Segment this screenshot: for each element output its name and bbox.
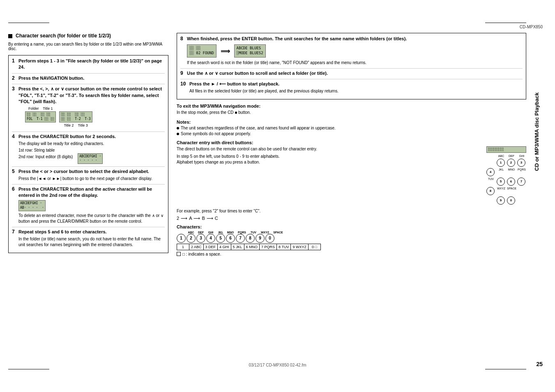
- step-1: 1 Perform steps 1 - 3 in "File search (b…: [12, 58, 165, 71]
- step-8-normal: If the search word is not in the folder …: [187, 60, 523, 66]
- char-circle-6: 6: [226, 234, 235, 243]
- step-10-content: Press the ► / ⟵ button to start playback…: [189, 81, 523, 94]
- note-1-bullet: [177, 127, 179, 129]
- step-7: 7 Repeat steps 5 and 6 to enter characte…: [12, 229, 165, 247]
- char-cell-2abc: 2 ABC: [189, 244, 204, 250]
- step-5-content: Press the < or > cursor button to select…: [18, 168, 165, 181]
- char-circle-8: 8: [246, 234, 255, 243]
- exit-title: To exit the MP3/WMA navigation mode:: [177, 104, 526, 108]
- space-note: □ : indicates a space.: [177, 252, 526, 256]
- step-9-number: 9: [180, 70, 187, 76]
- notes-section: Notes: The unit searches regardless of t…: [177, 120, 526, 136]
- col-label-def: DEF: [196, 231, 205, 234]
- chars-data-row: 1 2 ABC 3 DEF 4 GHI 5 JKL 6 MNO 7 PQRS 8…: [177, 244, 321, 250]
- key-label-def: DEF: [507, 154, 516, 157]
- step-1-number: 1: [12, 58, 18, 71]
- note-2: Some symbols do not appear properly.: [177, 131, 526, 136]
- key-4[interactable]: 4: [486, 168, 495, 176]
- char-circle-9: 9: [256, 234, 265, 243]
- example-a: A: [189, 216, 192, 221]
- folder-label: Folder Title 1: [28, 106, 53, 111]
- chars-circles-row: 1 2 3 4 5 6 7 8 9 0: [177, 234, 526, 243]
- blank-label: [75, 106, 76, 111]
- char-circle-2: 2: [187, 234, 196, 243]
- step-7-normal: In the folder (or title) name search, yo…: [18, 236, 165, 248]
- step-5-normal: Press the |◄◄ or ►►| button to go to the…: [18, 176, 165, 182]
- char-entry-text2: In step 5 on the left, use buttons 0 - 9…: [177, 154, 482, 159]
- key-label-tuv: TUV: [486, 178, 495, 186]
- arrow-1: ⟶: [181, 216, 187, 221]
- example-arrow-row: 2 ⟶ A ⟶ B ⟶ C: [177, 216, 526, 221]
- key-9[interactable]: 9: [497, 196, 505, 205]
- key-5[interactable]: 5: [497, 178, 505, 186]
- char-entry-section: Character entry with direct buttons: The…: [177, 140, 526, 256]
- key-label-pqrs: PQRS: [517, 168, 526, 176]
- step-10: 10 Press the ► / ⟵ button to start playb…: [180, 81, 523, 94]
- key-2[interactable]: 2: [507, 159, 515, 167]
- key-label-ghi: GHI: [517, 154, 526, 157]
- key-8[interactable]: 8: [486, 187, 495, 195]
- left-steps-box: 1 Perform steps 1 - 3 in "File search (b…: [8, 55, 168, 253]
- space-note-text: □ : indicates a space.: [182, 252, 221, 256]
- side-label: CD or MP3/WMA disc Playback: [530, 49, 543, 214]
- key-3[interactable]: 3: [517, 159, 525, 167]
- lcd-8-before: ░░ ░░ ░░ 02 FOUND: [187, 44, 216, 57]
- step-7-number: 7: [12, 229, 18, 247]
- step-7-text: Repeat steps 5 and 6 to enter characters…: [18, 229, 165, 235]
- key-6[interactable]: 6: [507, 178, 515, 186]
- step-2-number: 2: [12, 75, 18, 81]
- col-label-jkl: JKL: [216, 231, 225, 234]
- step-5-text: Press the < or > cursor button to select…: [18, 168, 165, 175]
- char-cell-6mno: 6 MNO: [244, 244, 260, 250]
- step-6: 6 Press the CHARACTER button and the act…: [12, 186, 165, 225]
- step-8-content: When finished, press the ENTER button. T…: [187, 36, 523, 66]
- footer-info: 03/12/17 CD-MPX850 02-42.fm: [249, 363, 306, 367]
- step-6-content: Press the CHARACTER button and the activ…: [18, 186, 165, 225]
- lcd-screen-1: ░░ ░░ ░░ ░░ FOL T-1 ░░ ░░: [25, 111, 56, 122]
- step-8-number: 8: [180, 36, 187, 66]
- step-4-with-image: 2nd row: Input editor (8 digits) ABCDEFG…: [18, 153, 165, 164]
- key-label-mno: MNO: [507, 168, 516, 176]
- col-label-space: SPACE: [272, 231, 284, 234]
- bottom-line-right: [485, 369, 526, 369]
- left-column: Character search (for folder or title 1/…: [8, 33, 168, 359]
- char-cell-3def: 3 DEF: [203, 244, 218, 250]
- key-label-wxyz: WXYZ: [497, 187, 506, 195]
- char-cell-0: 0 □: [308, 244, 320, 250]
- char-entry-text1: The direct buttons on the remote control…: [177, 146, 482, 152]
- key-1[interactable]: 1: [497, 159, 505, 167]
- title2-label: Title 2 Title 3: [64, 123, 88, 127]
- char-cell-5jkl: 5 JKL: [231, 244, 244, 250]
- note-2-text: Some symbols do not appear properly.: [181, 131, 251, 136]
- key-0[interactable]: 0: [507, 196, 515, 205]
- step-5: 5 Press the < or > cursor button to sele…: [12, 168, 165, 181]
- step-3-text: Press the <, >, ∧ or ∨ cursor button on …: [18, 86, 165, 105]
- lcd-4: ABCDEFGHI · · · · · ·: [78, 153, 103, 164]
- notes-title: Notes:: [177, 120, 526, 125]
- key-7[interactable]: 7: [517, 178, 525, 186]
- char-cell-9wxyz: 9 WXYZ: [291, 244, 309, 250]
- remote-keypad-area: ░░░░░░░░ ABC DEF GHI 1 2 3 4 J: [486, 146, 526, 206]
- keypad-grid: ABC DEF GHI 1 2 3 4 JKL MNO PQRS TUV: [486, 154, 526, 206]
- step-4-line2: 1st row: String table: [18, 148, 165, 153]
- example-c: C: [215, 216, 218, 221]
- lcd-screen-2: ░░ ░░ ░░ ░░ ░░ ░░ T-2 T-3: [59, 111, 92, 122]
- bottom-line-left: [8, 369, 49, 369]
- section-subtitle: By entering a name, you can search files…: [8, 42, 168, 51]
- chars-table: 1 2 ABC 3 DEF 4 GHI 5 JKL 6 MNO 7 PQRS 8…: [177, 244, 321, 250]
- step-4-line3: 2nd row: Input editor (8 digits): [18, 154, 73, 160]
- arrow-right-icon: ⟹: [221, 47, 230, 55]
- exit-section: To exit the MP3/WMA navigation mode: In …: [177, 104, 526, 115]
- section-title: Character search (for folder or title 1/…: [16, 33, 111, 39]
- step-9-content: Use the ∧ or ∨ cursor button to scroll a…: [187, 70, 523, 76]
- exit-text: In the stop mode, press the CD ■ button.: [177, 110, 526, 115]
- col-label-pqrs: PQRS: [236, 231, 248, 234]
- step-9: 9 Use the ∧ or ∨ cursor button to scroll…: [180, 70, 523, 76]
- char-circle-3: 3: [196, 234, 205, 243]
- key-label-abc: ABC: [497, 154, 506, 157]
- space-square: [177, 252, 181, 256]
- step-5-number: 5: [12, 168, 18, 181]
- example-2: 2: [177, 216, 179, 221]
- section-header: Character search (for folder or title 1/…: [8, 33, 168, 39]
- step-10-text: Press the ► / ⟵ button to start playback…: [189, 81, 523, 87]
